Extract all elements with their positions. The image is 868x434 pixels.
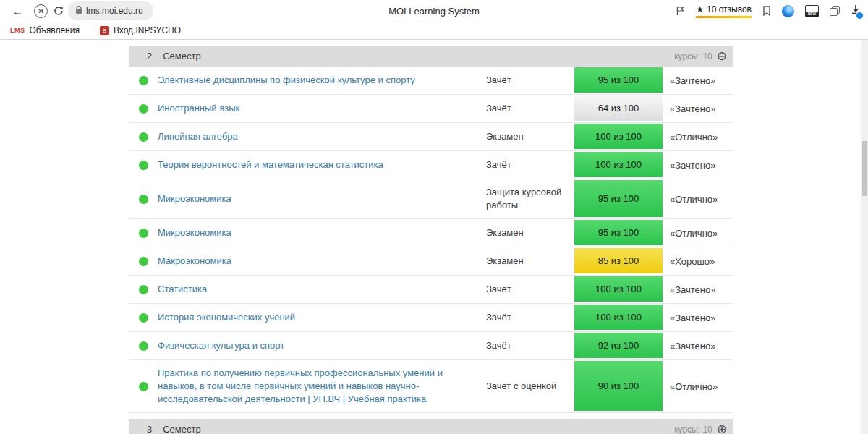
course-link[interactable]: История экономических учений bbox=[158, 304, 486, 331]
status-cell bbox=[129, 332, 158, 359]
browser-chrome: ← Я lms.moi.edu.ru MOI Learning System ★… bbox=[0, 0, 868, 40]
bookmark-label: Объявления bbox=[30, 25, 80, 35]
bookmarks-bar: LMS Объявления В Вход.INPSYCHO bbox=[0, 22, 868, 40]
semester-course-count: курсы: 10 ⊖ bbox=[674, 50, 727, 62]
status-cell bbox=[129, 360, 158, 412]
status-cell bbox=[129, 95, 158, 122]
score-cell: 95 из 100 bbox=[573, 179, 664, 218]
grade-text: «Зачтено» bbox=[664, 67, 733, 94]
status-cell bbox=[129, 276, 158, 303]
grade-text: «Зачтено» bbox=[664, 151, 733, 179]
downloads-button[interactable] bbox=[851, 4, 861, 17]
address-bar[interactable]: lms.moi.edu.ru bbox=[68, 1, 153, 20]
semester-3-header: 3 Семестр курсы: 10 ⊕ bbox=[129, 419, 733, 434]
grade-text: «Зачтено» bbox=[664, 95, 733, 122]
score-cell: 85 из 100 bbox=[573, 247, 664, 275]
semester-number: 3 bbox=[147, 424, 152, 434]
browser-toolbar: ← Я lms.moi.edu.ru MOI Learning System ★… bbox=[0, 0, 868, 22]
course-link[interactable]: Макроэкономика bbox=[158, 247, 486, 275]
course-link[interactable]: Статистика bbox=[158, 276, 486, 303]
course-link[interactable]: Практика по получению первичных професси… bbox=[158, 360, 486, 412]
course-status-dot bbox=[139, 132, 148, 142]
course-link[interactable]: Микроэкономика bbox=[158, 219, 486, 247]
score-cell: 100 из 100 bbox=[573, 151, 664, 179]
bookmark-icon[interactable] bbox=[762, 6, 771, 16]
new-episodes-icon[interactable]: NEW bbox=[805, 5, 819, 17]
score-badge: 95 из 100 bbox=[573, 67, 664, 94]
expand-semester-icon[interactable]: ⊕ bbox=[717, 423, 727, 434]
grade-text: «Хорошо» bbox=[664, 247, 733, 275]
vertical-scrollbar[interactable] bbox=[861, 40, 868, 434]
status-cell bbox=[129, 179, 158, 218]
score-badge: 92 из 100 bbox=[573, 332, 664, 359]
reviews-count-label: 10 отзывов bbox=[707, 4, 752, 14]
score-cell: 95 из 100 bbox=[573, 219, 664, 247]
semester-number: 2 bbox=[147, 51, 152, 61]
courses-count-label: курсы: 10 bbox=[674, 425, 712, 434]
course-link[interactable]: Иностранный язык bbox=[158, 95, 486, 122]
grade-text: «Отлично» bbox=[664, 360, 733, 412]
score-cell: 95 из 100 bbox=[573, 67, 664, 94]
refresh-button[interactable] bbox=[54, 6, 64, 16]
grade-text: «Отлично» bbox=[664, 179, 733, 218]
assessment-type: Экзамен bbox=[486, 247, 573, 275]
score-cell: 100 из 100 bbox=[573, 304, 664, 331]
flag-icon[interactable] bbox=[676, 6, 685, 16]
grade-text: «Зачтено» bbox=[664, 276, 733, 303]
lock-icon bbox=[75, 4, 82, 17]
score-badge: 95 из 100 bbox=[573, 179, 664, 218]
url-text: lms.moi.edu.ru bbox=[86, 6, 143, 16]
collapse-semester-icon[interactable]: ⊖ bbox=[717, 50, 727, 62]
course-status-dot bbox=[139, 285, 148, 294]
grade-text: «Отлично» bbox=[664, 123, 733, 150]
score-badge: 85 из 100 bbox=[573, 247, 664, 275]
toolbar-right-cluster: ★ 10 отзывов NEW bbox=[676, 4, 861, 18]
scrollbar-thumb[interactable] bbox=[862, 141, 867, 196]
assessment-type: Экзамен bbox=[486, 123, 573, 150]
course-row: Элективные дисциплины по физической куль… bbox=[129, 67, 733, 95]
download-notification-badge bbox=[856, 12, 864, 20]
course-link[interactable]: Микроэкономика bbox=[158, 179, 486, 218]
course-status-dot bbox=[139, 76, 148, 85]
score-badge: 64 из 100 bbox=[573, 95, 664, 122]
assessment-type: Зачёт bbox=[486, 304, 573, 331]
status-cell bbox=[129, 247, 158, 275]
course-link[interactable]: Элективные дисциплины по физической куль… bbox=[158, 67, 486, 94]
status-cell bbox=[129, 151, 158, 179]
course-row: Микроэкономика Защита курсовой работы 95… bbox=[129, 179, 733, 219]
browser-extension-logo-icon[interactable] bbox=[782, 5, 794, 17]
course-row: Макроэкономика Экзамен 85 из 100 «Хорошо… bbox=[129, 247, 733, 276]
status-cell bbox=[129, 67, 158, 94]
assessment-type: Зачет с оценкой bbox=[486, 360, 573, 412]
site-reviews-widget[interactable]: ★ 10 отзывов bbox=[696, 4, 752, 18]
courses-count-label: курсы: 10 bbox=[674, 51, 712, 61]
course-link[interactable]: Физическая культура и спорт bbox=[158, 332, 486, 359]
score-badge: 95 из 100 bbox=[573, 219, 664, 247]
score-cell: 100 из 100 bbox=[573, 123, 664, 150]
score-badge: 100 из 100 bbox=[573, 304, 664, 331]
lms-favicon: LMS bbox=[10, 27, 25, 34]
grade-text: «Отлично» bbox=[664, 219, 733, 247]
status-cell bbox=[129, 219, 158, 247]
course-row: Линейная алгебра Экзамен 100 из 100 «Отл… bbox=[129, 123, 733, 151]
course-status-dot bbox=[139, 195, 148, 204]
semester-label: Семестр bbox=[163, 424, 200, 434]
course-status-dot bbox=[139, 257, 148, 266]
bookmark-inpsycho[interactable]: В Вход.INPSYCHO bbox=[100, 25, 181, 35]
collections-icon[interactable] bbox=[830, 6, 840, 16]
course-status-dot bbox=[139, 382, 148, 391]
back-button[interactable]: ← bbox=[7, 4, 28, 18]
new-badge-label: NEW bbox=[806, 12, 818, 17]
course-link[interactable]: Теория вероятностей и математическая ста… bbox=[158, 151, 486, 179]
course-row: Статистика Зачёт 100 из 100 «Зачтено» bbox=[129, 276, 733, 304]
yandex-browser-icon[interactable]: Я bbox=[34, 4, 48, 18]
bookmark-announcements[interactable]: LMS Объявления bbox=[10, 25, 80, 35]
score-badge: 100 из 100 bbox=[573, 276, 664, 303]
course-status-dot bbox=[139, 104, 148, 114]
inpsycho-favicon: В bbox=[100, 26, 109, 35]
course-link[interactable]: Линейная алгебра bbox=[158, 123, 486, 150]
course-status-dot bbox=[139, 341, 148, 351]
assessment-type: Зачёт bbox=[486, 276, 573, 303]
status-cell bbox=[129, 304, 158, 331]
course-status-dot bbox=[139, 161, 148, 170]
